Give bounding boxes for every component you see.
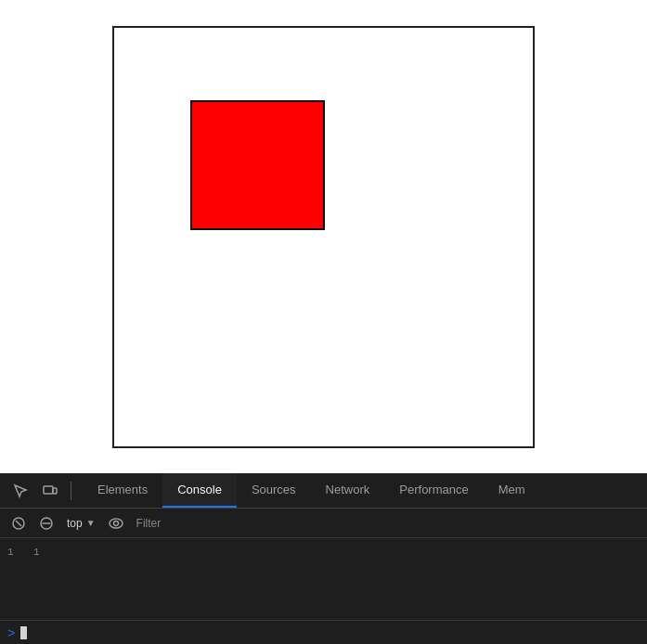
console-output: 1 1 (0, 538, 647, 620)
devtools-icons-group (0, 473, 83, 508)
filter-input[interactable] (133, 515, 640, 532)
console-prompt-row[interactable]: > (0, 620, 647, 644)
line-number-left: 1 (7, 547, 26, 558)
tab-performance[interactable]: Performance (384, 473, 483, 508)
tab-separator (71, 482, 71, 500)
tab-memory[interactable]: Mem (484, 473, 540, 508)
red-square (190, 100, 325, 230)
eye-icon[interactable] (105, 512, 127, 535)
svg-rect-1 (53, 488, 57, 494)
console-line-1: 1 1 (0, 542, 647, 562)
tab-console[interactable]: Console (162, 473, 237, 508)
inspect-element-icon[interactable] (7, 478, 33, 504)
tab-sources[interactable]: Sources (237, 473, 311, 508)
prompt-arrow-icon: > (7, 625, 15, 640)
clear-console-icon[interactable] (7, 512, 30, 535)
line-number-right: 1 (33, 547, 52, 558)
svg-line-3 (16, 521, 21, 526)
svg-point-6 (110, 519, 123, 528)
block-icon[interactable] (35, 512, 58, 535)
svg-rect-0 (44, 486, 53, 494)
canvas-area (112, 26, 535, 448)
tab-elements[interactable]: Elements (83, 473, 162, 508)
cursor-caret (20, 626, 27, 639)
svg-point-7 (113, 521, 118, 525)
context-selector[interactable]: top ▼ (63, 515, 99, 532)
context-label: top (67, 517, 83, 530)
tab-network[interactable]: Network (311, 473, 385, 508)
chevron-down-icon: ▼ (86, 518, 96, 528)
console-toolbar: top ▼ (0, 509, 647, 538)
devtools-panel: Elements Console Sources Network Perform… (0, 473, 647, 644)
devtools-tabs-row: Elements Console Sources Network Perform… (0, 473, 647, 509)
device-toggle-icon[interactable] (37, 478, 63, 504)
browser-viewport (0, 0, 647, 473)
